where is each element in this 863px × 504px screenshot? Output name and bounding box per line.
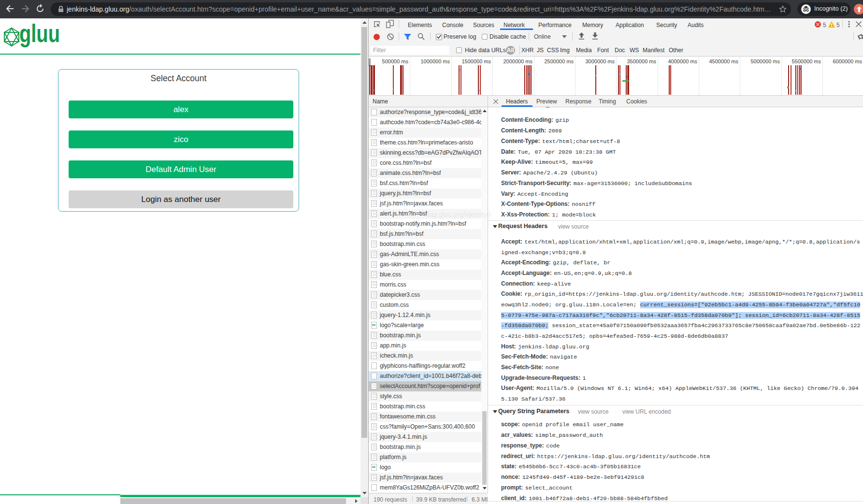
svg-text:gluu: gluu [19, 21, 60, 47]
